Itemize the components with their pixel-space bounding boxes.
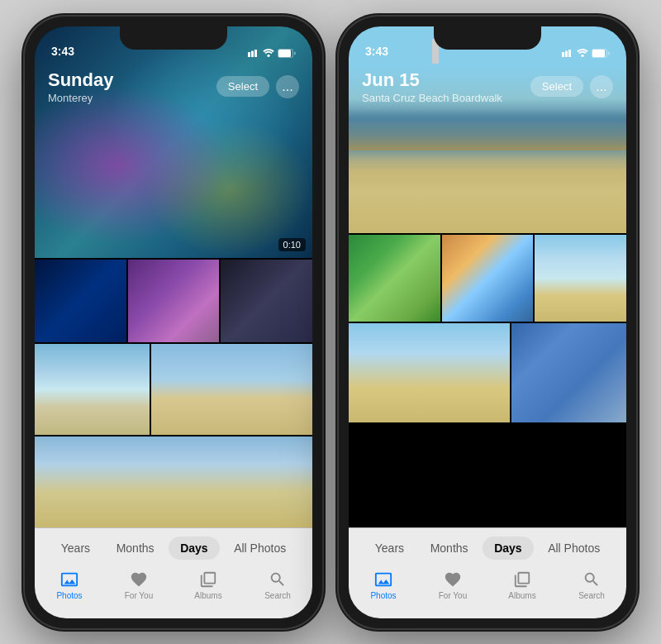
nav-search-left[interactable]: Search (243, 570, 312, 600)
phone-screen-left: 3:43 Sunday Monterey Select ... (35, 26, 312, 618)
photo-beach-bottom[interactable] (35, 436, 312, 527)
svg-rect-0 (248, 52, 250, 57)
more-button-left[interactable]: ... (276, 75, 299, 98)
tab-bar-left: Years Months Days All Photos Photos (35, 527, 312, 618)
tab-months-right[interactable]: Months (419, 537, 480, 560)
nav-search-label-left: Search (264, 591, 291, 600)
photo-beach2[interactable] (535, 235, 626, 322)
nav-photos-label-left: Photos (56, 591, 82, 600)
svg-rect-5 (278, 50, 291, 57)
svg-point-9 (581, 55, 583, 57)
photo-dark[interactable] (221, 260, 312, 342)
small-grid-right (349, 235, 626, 322)
select-button-left[interactable]: Select (216, 76, 269, 97)
photo-drink[interactable] (442, 235, 534, 322)
nav-albums-label-left: Albums (194, 591, 221, 600)
header-subtitle-right: Santa Cruz Beach Boardwalk (362, 92, 502, 104)
phone-screen-right: 3:43 Jun 15 Santa Cruz Beach Boardwalk S… (349, 26, 626, 618)
photo-crowd[interactable] (349, 323, 510, 422)
nav-photos-label-right: Photos (370, 591, 396, 600)
albums-icon-left (198, 570, 218, 589)
nav-albums-left[interactable]: Albums (174, 570, 243, 600)
nav-foryou-left[interactable]: For You (104, 570, 174, 600)
tab-days-right[interactable]: Days (483, 537, 533, 560)
foryou-icon-right (443, 570, 463, 589)
phone-left: 3:43 Sunday Monterey Select ... (25, 17, 322, 628)
bottom-nav-left: Photos For You Albums (35, 566, 312, 600)
photos-icon-left (59, 570, 79, 589)
status-time-left: 3:43 (51, 45, 74, 58)
status-time-right: 3:43 (365, 45, 388, 58)
photo-coaster[interactable] (349, 235, 440, 322)
svg-rect-1 (251, 51, 254, 58)
nav-albums-right[interactable]: Albums (487, 570, 557, 600)
phone-frame-left: 3:43 Sunday Monterey Select ... (25, 17, 322, 628)
albums-icon-right (512, 570, 532, 589)
status-icons-right (562, 49, 610, 58)
header-right: Jun 15 Santa Cruz Beach Boardwalk Select… (349, 63, 626, 109)
photos-icon-right (373, 570, 393, 589)
status-icons-left (248, 49, 296, 58)
nav-foryou-label-right: For You (439, 591, 467, 600)
tab-years-left[interactable]: Years (50, 537, 102, 560)
svg-rect-6 (562, 52, 564, 57)
mid-grid-right (349, 323, 626, 422)
photo-pier[interactable] (151, 344, 312, 435)
tab-days-left[interactable]: Days (169, 537, 219, 560)
tab-allphotos-right[interactable]: All Photos (536, 537, 611, 560)
phone-frame-right: 3:43 Jun 15 Santa Cruz Beach Boardwalk S… (339, 17, 636, 628)
photo-shore[interactable] (35, 344, 150, 435)
select-button-right[interactable]: Select (530, 76, 583, 97)
header-subtitle-left: Monterey (48, 92, 113, 104)
small-grid-left (35, 260, 312, 342)
nav-foryou-label-left: For You (125, 591, 153, 600)
header-left: Sunday Monterey Select ... (35, 63, 312, 109)
nav-search-label-right: Search (578, 591, 605, 600)
nav-photos-left[interactable]: Photos (35, 570, 104, 600)
svg-rect-8 (568, 50, 571, 57)
search-icon-right (582, 570, 602, 589)
svg-rect-2 (254, 50, 257, 57)
nav-search-right[interactable]: Search (557, 570, 626, 600)
nav-albums-label-right: Albums (508, 591, 535, 600)
header-title-right: Jun 15 (362, 69, 502, 91)
tab-bar-right: Years Months Days All Photos Photos (349, 527, 626, 618)
bottom-nav-right: Photos For You Albums (349, 566, 626, 600)
photo-purple[interactable] (128, 260, 220, 342)
search-icon-left (268, 570, 288, 589)
mid-grid-left (35, 344, 312, 435)
header-title-left: Sunday (48, 69, 113, 91)
photo-fun[interactable] (511, 323, 626, 422)
svg-rect-7 (565, 51, 568, 58)
notch-left (120, 26, 227, 50)
more-button-right[interactable]: ... (590, 75, 613, 98)
notch-right (434, 26, 541, 50)
tab-months-left[interactable]: Months (105, 537, 166, 560)
tab-years-right[interactable]: Years (364, 537, 416, 560)
svg-rect-11 (592, 50, 605, 57)
foryou-icon-left (129, 570, 149, 589)
time-tabs-left: Years Months Days All Photos (35, 528, 312, 566)
time-tabs-right: Years Months Days All Photos (349, 528, 626, 566)
nav-photos-right[interactable]: Photos (349, 570, 418, 600)
nav-foryou-right[interactable]: For You (418, 570, 487, 600)
svg-point-3 (267, 55, 269, 57)
phone-right: 3:43 Jun 15 Santa Cruz Beach Boardwalk S… (339, 17, 636, 628)
tab-allphotos-left[interactable]: All Photos (222, 537, 297, 560)
photo-squid[interactable] (35, 260, 126, 342)
video-duration: 0:10 (278, 238, 306, 251)
